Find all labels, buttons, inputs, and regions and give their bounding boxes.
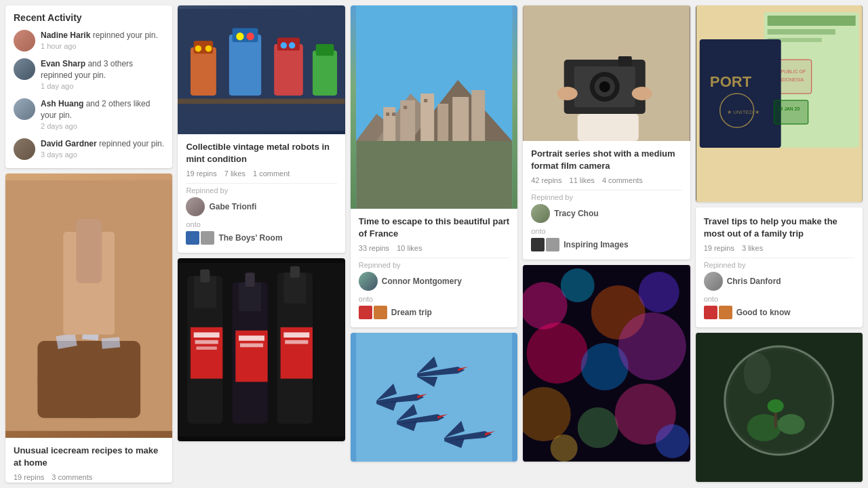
board-row-france[interactable]: Dream trip [359,306,509,319]
board-thumb-p2 [546,238,559,251]
svg-rect-15 [233,28,258,42]
divider-portrait [531,190,682,190]
column-1: Recent Activity Nadine Harik repinned yo… [5,5,172,483]
svg-point-12 [195,45,201,52]
svg-rect-18 [275,44,304,96]
svg-rect-42 [284,333,310,338]
svg-point-98 [656,424,690,458]
svg-point-82 [599,81,610,92]
repinner-row-travel[interactable]: Chris Danford [704,272,854,291]
card-body-travel: Travel tips to help you make the most ou… [696,207,863,327]
activity-item-david[interactable]: David Gardner repinned your pin. 3 days … [14,138,164,160]
card-travel[interactable]: Travel tips to help you make the most ou… [696,207,863,327]
svg-point-96 [578,407,618,448]
icecream-illustration [5,174,172,438]
repinned-by-label-travel: Repinned by [704,261,854,269]
avatar-evan [14,58,35,80]
svg-rect-7 [76,219,102,283]
svg-rect-23 [316,44,334,56]
svg-point-20 [281,42,287,48]
card-jets[interactable] [351,333,517,462]
onto-label-portrait: onto [531,227,682,235]
divider-robots [186,183,336,184]
repinned-by-label-robots: Repinned by [186,186,336,195]
board-row-portrait[interactable]: Inspiring Images [531,238,682,251]
card-terrarium[interactable] [696,333,863,482]
svg-rect-55 [471,90,485,141]
portrait-illustration [523,5,690,141]
activity-item-ash[interactable]: Ash Huang and 2 others liked your pin. 2… [14,98,164,131]
board-row-robots[interactable]: The Boys' Room [186,231,336,245]
svg-rect-9 [178,99,344,104]
passport-illustration: REPUBLIC OF INDONESIA P ORT ★ UNITED ★ 1… [696,5,863,202]
svg-rect-60 [356,333,512,462]
board-thumb-f1 [359,306,372,319]
image-icecream [5,174,172,438]
image-portrait [523,5,690,141]
card-icecream[interactable]: Unusual icecream recipes to make at home… [5,174,172,483]
svg-point-21 [289,42,295,48]
activity-time-david: 3 days ago [41,150,164,160]
svg-rect-58 [403,106,407,109]
svg-rect-29 [194,333,220,338]
card-stats-portrait: 42 repins 11 likes 4 comments [531,176,682,184]
svg-rect-54 [452,97,469,141]
activity-name-david: David Gardner [41,139,97,148]
card-portrait[interactable]: Portrait series shot with a medium forma… [523,5,690,260]
activity-time-nadine: 1 hour ago [41,41,158,52]
card-body-france: Time to escape to this beautiful part of… [351,209,517,327]
activity-name-nadine: Nadine Harik [41,30,90,40]
card-title-travel: Travel tips to help you make the most ou… [704,216,854,240]
svg-rect-2 [37,341,140,418]
svg-point-94 [618,312,686,380]
board-thumbs-robots [186,231,214,245]
svg-rect-10 [191,47,216,96]
card-robots[interactable]: Collectible vintage metal robots in mint… [178,5,344,253]
avatar-tracy [531,204,550,223]
svg-rect-30 [195,340,218,344]
activity-item-evan[interactable]: Evan Sharp and 3 others repinned your pi… [14,58,164,92]
svg-rect-14 [229,35,261,96]
svg-point-17 [247,33,254,40]
avatar-ash [14,98,35,120]
onto-label-travel: onto [704,295,854,303]
svg-rect-40 [290,266,300,278]
board-thumb-2 [201,231,214,245]
svg-rect-37 [240,344,263,348]
svg-rect-43 [285,340,309,344]
card-passport[interactable]: REPUBLIC OF INDONESIA P ORT ★ UNITED ★ 1… [696,5,863,202]
svg-rect-19 [277,38,300,51]
repinner-row-robots[interactable]: Gabe Trionfi [186,197,336,216]
divider-travel [704,258,854,258]
column-2: Collectible vintage metal robots in mint… [178,5,344,483]
card-france[interactable]: Time to escape to this beautiful part of… [351,5,517,327]
column-4: Portrait series shot with a medium forma… [523,5,690,483]
svg-rect-27 [201,270,210,283]
card-stats-robots: 19 repins 7 likes 1 comment [186,169,336,178]
repinner-row-portrait[interactable]: Tracy Chou [531,204,682,223]
svg-marker-46 [356,141,512,209]
card-bokeh[interactable] [523,265,690,462]
board-thumb-t2 [719,306,732,319]
terrarium-illustration [696,333,863,482]
board-thumb-1 [186,231,199,245]
board-row-travel[interactable]: Good to know [704,306,854,319]
card-body-icecream: Unusual icecream recipes to make at home… [5,438,172,483]
recent-activity-title: Recent Activity [14,12,164,23]
column-5: REPUBLIC OF INDONESIA P ORT ★ UNITED ★ 1… [696,5,863,483]
image-jets [351,333,517,462]
svg-point-85 [632,87,652,100]
onto-label-france: onto [359,295,509,303]
svg-rect-86 [578,114,639,141]
svg-point-13 [205,45,212,52]
activity-item-nadine[interactable]: Nadine Harik repinned your pin. 1 hour a… [14,30,164,52]
card-title-icecream: Unusual icecream recipes to make at home [14,445,164,469]
image-passport: REPUBLIC OF INDONESIA P ORT ★ UNITED ★ 1… [696,5,863,202]
svg-rect-31 [197,347,217,350]
card-title-portrait: Portrait series shot with a medium forma… [531,148,682,172]
card-wine[interactable] [178,258,344,441]
board-name-france: Dream trip [391,308,432,317]
svg-point-89 [561,268,595,302]
repinner-row-france[interactable]: Connor Montgomery [359,272,509,291]
avatar-nadine [14,30,35,52]
